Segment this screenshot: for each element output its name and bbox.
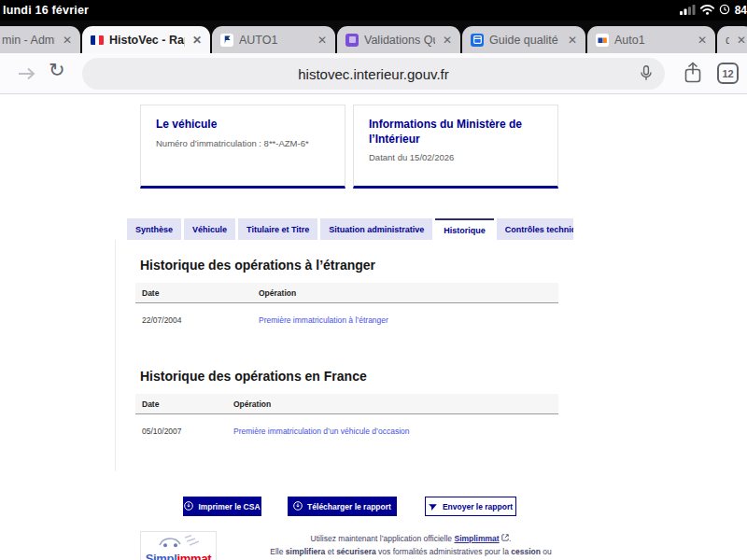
send-report-button[interactable]: Envoyer le rapport [425, 497, 516, 516]
ministry-card: Informations du Ministère de l’Intérieur… [353, 105, 558, 189]
column-date: Date [135, 399, 233, 409]
microphone-icon[interactable] [641, 65, 652, 84]
simplimmat-link[interactable]: Simplimmat [454, 534, 499, 543]
row-date: 05/10/2007 [135, 427, 233, 436]
report-tabs: Synthèse Véhicule Titulaire et Titre Sit… [127, 218, 573, 240]
guide-favicon [471, 34, 484, 47]
clock-status-icon [719, 2, 730, 19]
close-icon[interactable]: ✕ [63, 34, 72, 47]
section-title-etranger: Historique des opérations à l’étranger [140, 258, 375, 273]
browser-tab-strip: min - Admin ✕ HistoVec - Rap ✕ AUTO1 ✕ V… [0, 21, 747, 53]
forward-icon[interactable] [17, 66, 37, 85]
browser-toolbar: ↻ histovec.interieur.gouv.fr 12 [0, 53, 747, 94]
browser-tab-auto1[interactable]: Auto1 ✕ [587, 26, 715, 53]
download-icon [184, 501, 193, 512]
car-illustration [156, 534, 201, 548]
section-title-france: Historique des opérations en France [140, 369, 367, 384]
action-buttons: Imprimer le CSA Télécharger le rapport E… [0, 497, 747, 516]
tab-label: q [726, 34, 729, 47]
tab-count-button[interactable]: 12 [717, 63, 739, 84]
button-label: Envoyer le rapport [443, 502, 513, 511]
simplimmat-logo: Simplimmat [140, 531, 217, 560]
status-icons: 84 [680, 2, 747, 19]
close-icon[interactable]: ✕ [737, 34, 746, 47]
wifi-icon [700, 2, 714, 19]
column-operation: Opération [233, 399, 558, 409]
tab-historique[interactable]: Historique [435, 218, 494, 240]
tab-label: Validations Qu [364, 34, 435, 47]
simplimmat-logo-text: Simplimmat [141, 552, 216, 560]
share-icon[interactable] [684, 62, 702, 88]
table-france: Date Opération 05/10/2007 Première immat… [135, 394, 558, 448]
close-icon[interactable]: ✕ [698, 34, 707, 47]
download-icon [293, 501, 303, 512]
status-date: lundi 16 février [3, 4, 89, 17]
tab-controles-techniques[interactable]: Contrôles techniques [497, 218, 573, 240]
vehicle-card-subtitle: Numéro d’immatriculation : 8**-AZM-6* [156, 138, 330, 148]
browser-tab-auto1-caps[interactable]: AUTO1 ✕ [212, 26, 335, 53]
button-label: Imprimer le CSA [198, 502, 260, 511]
vehicle-card-title: Le véhicule [156, 118, 330, 133]
url-bar[interactable]: histovec.interieur.gouv.fr [82, 58, 665, 90]
tab-label: min - Admin [2, 34, 55, 47]
reload-icon[interactable]: ↻ [49, 59, 65, 81]
tab-label: Auto1 [614, 34, 690, 47]
row-date: 22/07/2004 [135, 315, 259, 325]
tab-label: Guide qualité - [489, 34, 560, 47]
browser-tab-validations[interactable]: Validations Qu ✕ [337, 26, 460, 53]
table-header: Date Opération [135, 283, 558, 303]
close-icon[interactable]: ✕ [568, 34, 577, 47]
column-date: Date [135, 288, 259, 298]
close-icon[interactable]: ✕ [443, 34, 452, 47]
operation-link[interactable]: Première immatriculation d’un véhicule d… [233, 427, 558, 436]
tab-situation-administrative[interactable]: Situation administrative [320, 218, 432, 240]
close-icon[interactable]: ✕ [192, 34, 202, 47]
tab-vehicule[interactable]: Véhicule [184, 218, 235, 240]
browser-tab-guide[interactable]: Guide qualité - ✕ [462, 26, 585, 53]
close-icon[interactable]: ✕ [317, 34, 327, 47]
url-text: histovec.interieur.gouv.fr [298, 66, 448, 82]
auto1-logo-favicon [596, 34, 609, 47]
footer-text: Utilisez maintenant l’application offici… [224, 532, 598, 558]
ministry-card-title: Informations du Ministère de l’Intérieur [369, 118, 543, 147]
tab-titulaire-et-titre[interactable]: Titulaire et Titre [238, 218, 317, 240]
panel-left-border [115, 240, 116, 471]
browser-tab-histovec[interactable]: HistoVec - Rap ✕ [82, 26, 210, 53]
print-csa-button[interactable]: Imprimer le CSA [183, 497, 261, 516]
french-flag-favicon [91, 34, 104, 47]
download-report-button[interactable]: Télécharger le rapport [288, 497, 397, 516]
status-bar: lundi 16 février 84 [0, 0, 747, 21]
external-link-icon [501, 534, 509, 543]
table-row: 22/07/2004 Première immatriculation à l’… [135, 303, 558, 337]
cellular-signal-icon [680, 2, 696, 19]
histovec-page: Le véhicule Numéro d’immatriculation : 8… [0, 94, 747, 560]
tab-label: HistoVec - Rap [109, 34, 185, 47]
battery-percent: 84 [735, 4, 747, 17]
vehicle-card: Le véhicule Numéro d’immatriculation : 8… [140, 105, 345, 189]
ministry-card-subtitle: Datant du 15/02/2026 [369, 152, 543, 162]
tab-label: AUTO1 [239, 34, 310, 47]
send-icon [429, 501, 438, 512]
browser-tab-admin[interactable]: min - Admin ✕ [0, 26, 80, 53]
button-label: Télécharger le rapport [307, 502, 391, 511]
validations-favicon [345, 34, 359, 47]
table-etranger: Date Opération 22/07/2004 Première immat… [135, 283, 558, 337]
table-header: Date Opération [135, 394, 558, 414]
table-row: 05/10/2007 Première immatriculation d’un… [135, 414, 558, 448]
browser-tab-partial[interactable]: q ✕ [717, 26, 747, 53]
auto1-flag-favicon [220, 34, 233, 47]
screen: lundi 16 février 84 min - Admin ✕ HistoV… [0, 0, 747, 560]
operation-link[interactable]: Première immatriculation à l’étranger [259, 315, 558, 325]
column-operation: Opération [259, 288, 558, 298]
footer-line1: Utilisez maintenant l’application offici… [224, 532, 598, 545]
tab-synthese[interactable]: Synthèse [127, 218, 181, 240]
footer-line2: Elle simplifiera et sécurisera vos forma… [224, 545, 598, 558]
